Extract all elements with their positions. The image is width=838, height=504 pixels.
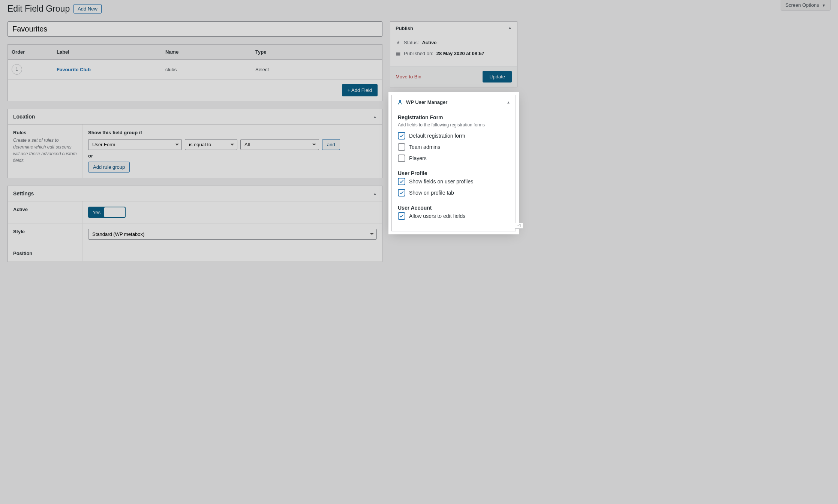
profile-option[interactable]: Show fields on user profiles	[398, 178, 510, 185]
checkbox-icon	[398, 189, 405, 196]
screen-options-tab[interactable]: Screen Options ▼	[781, 0, 831, 10]
wpum-logo-icon	[397, 99, 403, 105]
checkbox-icon	[398, 143, 405, 151]
settings-panel: Settings ▲ Active Yes Style Standa	[7, 186, 382, 262]
toggle-knob	[104, 207, 125, 217]
col-header-label: Label	[53, 45, 162, 59]
registration-option-label: Default registration form	[409, 133, 465, 139]
page-title: Edit Field Group	[7, 4, 70, 14]
fields-table: Order Label Name Type 1 Favourite Club c…	[7, 44, 382, 101]
profile-option[interactable]: Show on profile tab	[398, 189, 510, 196]
chevron-up-icon: ▲	[507, 100, 510, 104]
order-badge: 1	[12, 64, 22, 75]
wpum-title: WP User Manager	[406, 99, 447, 105]
registration-option[interactable]: Default registration form	[398, 132, 510, 140]
move-to-bin-link[interactable]: Move to Bin	[396, 74, 421, 80]
active-label: Active	[8, 201, 83, 223]
rule-value-select[interactable]: All	[240, 139, 319, 150]
add-new-button[interactable]: Add New	[73, 4, 102, 14]
chevron-down-icon: ▼	[822, 3, 826, 8]
published-value: 28 May 2020 at 08:57	[436, 51, 484, 56]
active-toggle[interactable]: Yes	[88, 207, 126, 218]
screen-options-label: Screen Options	[786, 2, 819, 8]
rule-operator-select[interactable]: is equal to	[185, 139, 237, 150]
add-rule-group-button[interactable]: Add rule group	[88, 162, 130, 172]
update-button[interactable]: Update	[483, 71, 512, 82]
location-panel: Location ▲ Rules Create a set of rules t…	[7, 109, 382, 178]
location-title: Location	[13, 114, 35, 120]
col-header-name: Name	[162, 45, 252, 59]
svg-rect-1	[396, 52, 400, 52]
chevron-up-icon: ▲	[373, 115, 377, 119]
publish-panel: Publish ▲ Status: Active Published on: 2…	[390, 21, 517, 87]
corner-badge: ::1	[515, 223, 523, 229]
toggle-yes-label: Yes	[89, 210, 104, 215]
account-option-label: Allow users to edit fields	[409, 213, 465, 219]
show-if-label: Show this field group if	[88, 130, 377, 135]
field-type-cell: Select	[252, 62, 382, 77]
checkbox-icon	[398, 212, 405, 220]
and-button[interactable]: and	[322, 139, 340, 150]
col-header-type: Type	[252, 45, 382, 59]
location-panel-header[interactable]: Location ▲	[8, 109, 382, 124]
registration-option[interactable]: Team admins	[398, 143, 510, 151]
rules-label: Rules	[13, 130, 77, 135]
profile-heading: User Profile	[398, 170, 510, 176]
field-row[interactable]: 1 Favourite Club clubs Select	[8, 60, 382, 80]
checkbox-icon	[398, 132, 405, 140]
calendar-icon	[396, 51, 401, 56]
profile-option-label: Show fields on user profiles	[409, 178, 473, 184]
wpum-panel: WP User Manager ▲ Registration Form Add …	[391, 95, 516, 231]
profile-option-label: Show on profile tab	[409, 190, 454, 196]
account-option[interactable]: Allow users to edit fields	[398, 212, 510, 220]
chevron-up-icon: ▲	[373, 192, 377, 196]
rules-description: Create a set of rules to determine which…	[13, 138, 76, 163]
status-label: Status:	[404, 40, 419, 45]
group-title-input[interactable]	[7, 21, 382, 37]
field-name-cell: clubs	[162, 62, 252, 77]
registration-option[interactable]: Players	[398, 154, 510, 162]
publish-panel-header[interactable]: Publish ▲	[390, 22, 517, 35]
chevron-up-icon: ▲	[508, 26, 512, 31]
settings-title: Settings	[13, 190, 34, 196]
checkbox-icon	[398, 178, 405, 185]
style-label: Style	[8, 224, 83, 245]
publish-title: Publish	[396, 26, 413, 31]
position-label: Position	[8, 245, 83, 261]
checkbox-icon	[398, 154, 405, 162]
registration-option-label: Players	[409, 155, 427, 161]
add-field-button[interactable]: + Add Field	[342, 84, 378, 96]
registration-option-label: Team admins	[409, 144, 440, 150]
svg-point-2	[399, 100, 401, 102]
pin-icon	[396, 40, 401, 45]
settings-panel-header[interactable]: Settings ▲	[8, 186, 382, 201]
status-value: Active	[422, 40, 436, 45]
registration-heading: Registration Form	[398, 114, 510, 120]
or-label: or	[88, 153, 377, 159]
field-label-link[interactable]: Favourite Club	[57, 67, 91, 72]
col-header-order: Order	[8, 45, 53, 59]
style-select[interactable]: Standard (WP metabox)	[88, 229, 377, 240]
published-label: Published on:	[404, 51, 433, 56]
registration-sub: Add fields to the following registration…	[398, 122, 510, 128]
account-heading: User Account	[398, 205, 510, 211]
wpum-panel-header[interactable]: WP User Manager ▲	[392, 95, 516, 109]
rule-param-select[interactable]: User Form	[88, 139, 182, 150]
